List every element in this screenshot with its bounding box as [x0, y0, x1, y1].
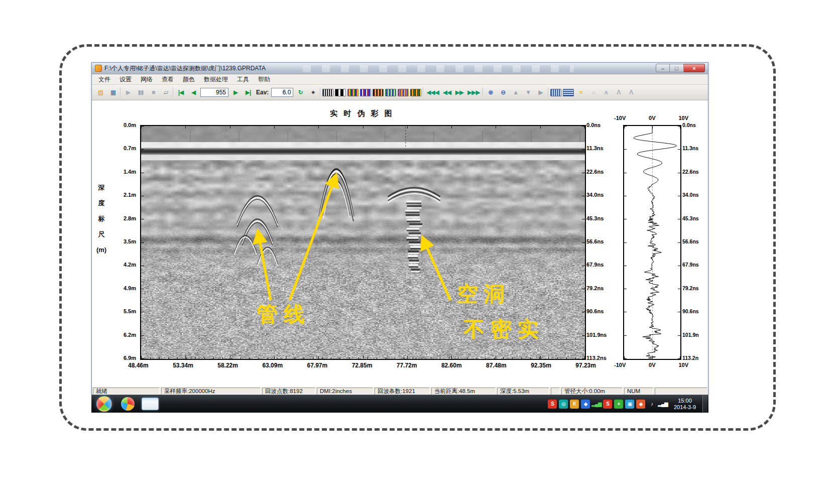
- time-tick-label: 56.6ns: [586, 238, 618, 245]
- erase-button[interactable]: ▱: [160, 87, 171, 98]
- depth-tick-label: 0.0m: [124, 122, 136, 129]
- distance-tick-label: 48.46m: [128, 362, 149, 369]
- wavelet-button[interactable]: ʌ: [601, 87, 612, 98]
- next-trace-button[interactable]: ▶: [230, 87, 241, 98]
- taskbar-clock[interactable]: 15:00 2014-3-9: [669, 398, 700, 411]
- minimize-button[interactable]: –: [656, 64, 670, 72]
- eav-label: Eav:: [255, 87, 270, 98]
- spectrum-button[interactable]: [563, 89, 574, 96]
- wave-voltage-axis-bottom: -10V0V10V: [614, 362, 688, 368]
- toolbar-separator: [120, 87, 121, 97]
- volume-icon[interactable]: ♪: [647, 400, 656, 409]
- voltage-tick-label: -10V: [614, 362, 626, 368]
- wave-trace-panel[interactable]: [623, 125, 681, 360]
- forward-button[interactable]: ▶▶: [454, 87, 465, 98]
- time-tick-label: 34.0ns: [586, 192, 618, 198]
- palette-bw-button[interactable]: [335, 89, 346, 96]
- ime2-tray-icon[interactable]: S: [603, 400, 612, 409]
- alert-tray-icon[interactable]: ◆: [636, 400, 645, 409]
- ime-tray-icon[interactable]: S: [548, 400, 557, 409]
- window-title: F:\个人专用\铭子通\雷达\雷达探测数据\虎门\1239.GPRDATA: [104, 64, 266, 73]
- headset-button[interactable]: ∩: [588, 87, 599, 98]
- network-icon[interactable]: ▂▄▆: [658, 400, 667, 409]
- rewind-button[interactable]: ◀◀: [441, 87, 452, 98]
- trace-number-field[interactable]: 955: [200, 88, 228, 97]
- time-tick-label: 67.9ns: [586, 262, 618, 268]
- wave-trace-canvas[interactable]: [623, 125, 681, 360]
- distance-tick-label: 87.48m: [486, 362, 507, 369]
- menu-item[interactable]: 颜色: [178, 74, 199, 85]
- quick-launch: [121, 397, 159, 411]
- palette-redblue-button[interactable]: [360, 89, 371, 96]
- zoom-out-button[interactable]: ⊖: [498, 87, 509, 98]
- distance-tick-label: 58.22m: [217, 362, 238, 369]
- palette-greenblue-button[interactable]: [385, 89, 396, 96]
- play-button[interactable]: ▶: [123, 87, 134, 98]
- play-forward-button[interactable]: ▶: [535, 87, 546, 98]
- menu-item[interactable]: 帮助: [254, 74, 275, 85]
- radargram-canvas[interactable]: [140, 125, 586, 360]
- move-up-button[interactable]: ▲: [510, 87, 521, 98]
- security-shield-icon[interactable]: ◆: [581, 400, 590, 409]
- depth-tick-label: 2.1m: [124, 192, 136, 198]
- palette-multi-button[interactable]: [398, 89, 409, 96]
- teal-app-tray-icon[interactable]: ◎: [559, 400, 568, 409]
- eav-field[interactable]: 6.0: [271, 88, 293, 97]
- wave-time-tick-label: 79.2ns: [682, 285, 708, 292]
- pause-button[interactable]: ▮▮: [135, 87, 146, 98]
- prev-trace-button[interactable]: ◀: [188, 87, 199, 98]
- last-trace-button[interactable]: ▶|: [243, 87, 254, 98]
- move-down-button[interactable]: ▼: [523, 87, 534, 98]
- measure-button[interactable]: ⌖: [307, 87, 318, 98]
- time-tick-label: 11.3ns: [586, 145, 618, 152]
- time-axis: 0.0ns11.3ns22.6ns34.0ns45.3ns56.6ns67.9n…: [586, 122, 618, 361]
- palette-grayscale-button[interactable]: [322, 89, 333, 96]
- time-tick-label: 45.3ns: [586, 215, 618, 222]
- radargram-plot[interactable]: [140, 125, 586, 360]
- menu-item[interactable]: 文件: [94, 74, 115, 85]
- wave-time-tick-label: 45.3ns: [682, 215, 708, 222]
- menu-item[interactable]: 网络: [136, 74, 157, 85]
- signal-green-icon[interactable]: ▂▄▆: [592, 400, 601, 409]
- status-sample-rate: 采样频率:200000Hz: [161, 388, 261, 395]
- fast-rewind-button[interactable]: ◀◀◀: [425, 87, 440, 98]
- status-echo-traces: 回波条数:1921: [375, 388, 430, 395]
- updates-tray-icon[interactable]: +: [614, 400, 623, 409]
- main-content: 实 时 伪 彩 图 深 度 标 尺 (m) 0.0m0.7m1.4m2.1m2.…: [92, 100, 708, 387]
- window-titlebar[interactable]: F:\个人专用\铭子通\雷达\雷达探测数据\虎门\1239.GPRDATA – …: [92, 63, 708, 74]
- gain-curve-button[interactable]: ≈: [575, 87, 586, 98]
- wave-voltage-axis-top: -10V0V10V: [614, 115, 688, 121]
- toolbar-separator: [483, 87, 484, 97]
- histogram-button[interactable]: [550, 89, 561, 96]
- close-button[interactable]: ×: [684, 64, 705, 72]
- marker-a-button[interactable]: Λ: [613, 87, 624, 98]
- zoom-in-button[interactable]: ⊕: [485, 87, 496, 98]
- toolbar-separator: [548, 87, 549, 97]
- start-button[interactable]: [96, 396, 112, 412]
- show-desktop-button[interactable]: [702, 395, 707, 413]
- save-button[interactable]: ▦: [107, 87, 118, 98]
- palette-multi2-button[interactable]: [410, 89, 421, 96]
- refresh-button[interactable]: ↻: [295, 87, 306, 98]
- key-tray-icon[interactable]: K: [570, 400, 579, 409]
- marker-b-button[interactable]: Λ: [626, 87, 637, 98]
- menu-item[interactable]: 查看: [157, 74, 178, 85]
- menu-item[interactable]: 数据处理: [199, 74, 232, 85]
- maximize-button[interactable]: □: [670, 64, 684, 72]
- distance-axis: 48.46m53.34m58.22m63.09m67.97m72.85m77.7…: [128, 362, 596, 369]
- stop-button[interactable]: ■: [148, 87, 159, 98]
- fast-forward-button[interactable]: ▶▶▶: [466, 87, 481, 98]
- voltage-tick-label: 0V: [649, 115, 655, 121]
- app-taskbar-button[interactable]: [142, 398, 159, 410]
- open-button[interactable]: ▨: [95, 87, 106, 98]
- messenger-tray-icon[interactable]: ▣: [625, 400, 634, 409]
- first-trace-button[interactable]: |◀: [175, 87, 186, 98]
- status-depth: 深度:5.53m: [497, 388, 549, 395]
- palette-rainbow-button[interactable]: [347, 89, 358, 96]
- clock-time: 15:00: [669, 398, 700, 404]
- browser-taskbar-icon[interactable]: [121, 397, 135, 411]
- menu-item[interactable]: 设置: [115, 74, 136, 85]
- palette-firetone-button[interactable]: [373, 89, 384, 96]
- depth-tick-label: 3.5m: [124, 238, 136, 245]
- menu-item[interactable]: 工具: [232, 74, 254, 85]
